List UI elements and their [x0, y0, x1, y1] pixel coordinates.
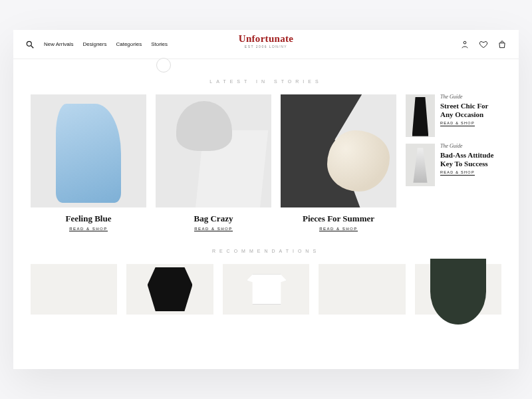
side-story-eyebrow: The Guide: [440, 144, 501, 149]
search-icon[interactable]: [25, 40, 35, 49]
scroll-marker: [156, 58, 171, 72]
recs-heading: RECOMMENDATIONS: [13, 249, 519, 253]
account-icon[interactable]: [460, 40, 469, 49]
wishlist-icon[interactable]: [479, 40, 488, 49]
side-story[interactable]: The Guide Bad-Ass Attitude Key To Succes…: [406, 144, 501, 186]
story-image: [31, 94, 146, 207]
story-card[interactable]: Feeling Blue READ & SHOP: [31, 94, 146, 231]
story-image: [156, 94, 271, 207]
read-shop-link[interactable]: READ & SHOP: [319, 227, 358, 231]
stories-row: Feeling Blue READ & SHOP Bag Crazy READ …: [13, 94, 519, 231]
product-card[interactable]: [31, 264, 117, 315]
brand-tagline: EST 2006 LDN/NY: [239, 45, 293, 49]
product-card[interactable]: [415, 264, 501, 315]
nav-designers[interactable]: Designers: [82, 42, 106, 47]
side-story-thumb: [406, 144, 435, 186]
nav-new-arrivals[interactable]: New Arrivals: [44, 42, 73, 47]
side-story[interactable]: The Guide Street Chic For Any Occasion R…: [406, 94, 501, 137]
app-window: New Arrivals Designers Categories Storie…: [13, 30, 519, 369]
bag-icon[interactable]: [497, 40, 507, 49]
story-title: Pieces For Summer: [281, 214, 396, 223]
story-title: Bag Crazy: [156, 214, 271, 223]
site-header: New Arrivals Designers Categories Storie…: [13, 30, 519, 59]
svg-point-0: [27, 41, 31, 46]
product-card[interactable]: [223, 264, 309, 315]
stories-heading: LATEST IN STORIES: [13, 79, 519, 84]
story-card[interactable]: Pieces For Summer READ & SHOP: [281, 94, 396, 231]
svg-point-2: [464, 41, 466, 44]
read-shop-link[interactable]: READ & SHOP: [194, 227, 233, 231]
recommendations-row: [13, 264, 519, 315]
brand-name: Unfortunate: [239, 34, 293, 44]
svg-line-1: [31, 45, 34, 48]
side-stories: The Guide Street Chic For Any Occasion R…: [406, 94, 501, 231]
product-card[interactable]: [126, 264, 213, 315]
read-shop-link[interactable]: READ & SHOP: [69, 227, 108, 231]
side-story-headline: Bad-Ass Attitude Key To Success: [440, 151, 501, 168]
nav-stories[interactable]: Stories: [151, 42, 168, 47]
read-shop-link[interactable]: READ & SHOP: [440, 122, 475, 126]
story-card[interactable]: Bag Crazy READ & SHOP: [156, 94, 271, 231]
product-card[interactable]: [319, 264, 405, 315]
side-story-thumb: [406, 94, 435, 137]
story-title: Feeling Blue: [31, 214, 146, 223]
story-image: [281, 94, 396, 207]
read-shop-link[interactable]: READ & SHOP: [440, 171, 475, 176]
side-story-eyebrow: The Guide: [440, 94, 501, 100]
side-story-headline: Street Chic For Any Occasion: [440, 102, 501, 118]
brand-logo[interactable]: Unfortunate EST 2006 LDN/NY: [239, 34, 293, 49]
nav-categories[interactable]: Categories: [116, 42, 142, 47]
